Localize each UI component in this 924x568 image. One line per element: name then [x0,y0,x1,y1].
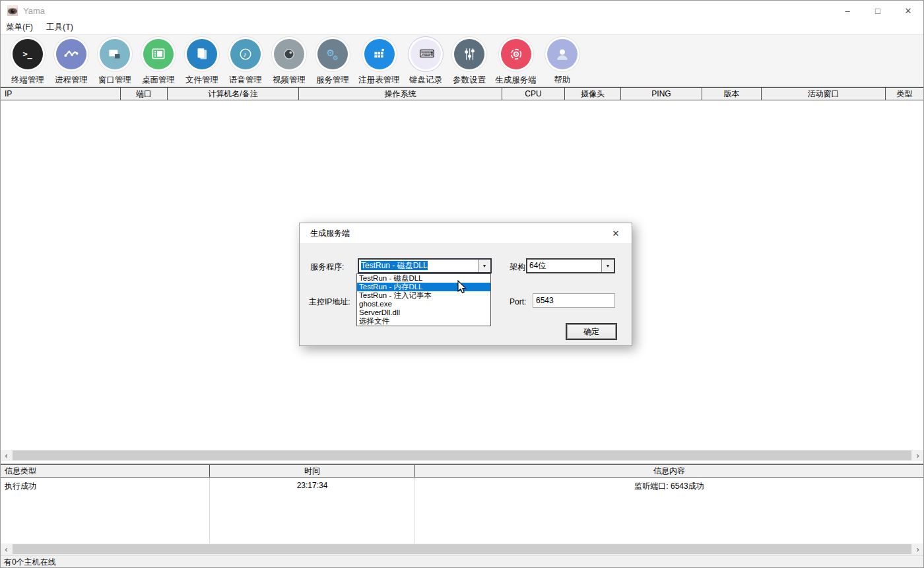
dropdown-item[interactable]: TestRun - 磁盘DLL [357,274,490,283]
toolbar-button-terminal-management[interactable]: >_ 终端管理 [7,35,49,86]
window-title: Yama [23,6,45,16]
scrollbar-thumb[interactable] [13,450,911,460]
sliders-icon [454,39,484,69]
log-table-header: 信息类型 时间 信息内容 [1,465,923,478]
menu-bar: 菜单(F) 工具(T) [1,20,923,35]
service-program-dropdown: TestRun - 磁盘DLL TestRun - 内存DLL TestRun … [356,273,491,326]
toolbar-button-generate-server[interactable]: 生成服务端 [492,35,540,86]
scroll-right-icon[interactable]: › [912,450,923,461]
log-hscrollbar[interactable]: ‹ › [1,544,923,555]
minimize-button[interactable]: – [832,1,863,20]
arch-label: 架构: [510,262,527,273]
chevron-down-icon[interactable]: ▼ [601,260,614,272]
service-program-label: 服务程序: [310,262,344,273]
dialog-title: 生成服务端 [310,228,350,239]
column-header-ip[interactable]: IP [1,88,121,100]
dialog-title-bar: 生成服务端 ✕ [300,223,632,243]
log-row-cell-content: 监听端口: 6543成功 [415,478,923,544]
svg-text:⚙: ⚙ [333,54,339,61]
window-icon [100,39,130,69]
svg-text:>_: >_ [22,50,32,59]
toolbar-button-process-management[interactable]: 进程管理 [50,35,92,86]
voice-icon: ♪ [230,39,261,69]
column-header-os[interactable]: 操作系统 [299,88,502,100]
scrollbar-thumb[interactable] [13,544,911,554]
host-table-header: IP 端口 计算机名/备注 操作系统 CPU 摄像头 PING 版本 活动窗口 … [1,87,923,100]
online-hosts-status: 有0个主机在线 [1,557,56,568]
toolbar-button-help[interactable]: 帮助 [541,35,583,86]
dialog-close-icon[interactable]: ✕ [607,223,625,243]
status-bar: 有0个主机在线 [1,555,923,568]
terminal-icon: >_ [13,39,43,69]
dropdown-item-highlighted[interactable]: TestRun - 内存DLL [357,283,490,291]
column-header-info-content[interactable]: 信息内容 [415,465,923,477]
svg-text:♪: ♪ [243,50,246,58]
port-label: Port: [510,297,526,306]
video-icon [274,39,304,69]
maximize-button[interactable]: □ [863,1,893,20]
arch-value: 64位 [527,260,601,272]
toolbar-button-file-management[interactable]: 文件管理 [181,35,223,86]
dropdown-item[interactable]: TestRun - 注入记事本 [357,291,490,300]
toolbar-button-desktop-management[interactable]: 桌面管理 [137,35,180,86]
menu-item-file[interactable]: 菜单(F) [1,20,40,34]
chevron-down-icon[interactable]: ▼ [478,260,490,272]
person-icon [547,39,578,69]
toolbar-button-video-management[interactable]: 视频管理 [268,35,310,86]
app-icon [7,5,18,16]
service-program-combobox[interactable]: TestRun - 磁盘DLL ▼ [358,258,492,273]
port-input[interactable]: 6543 [533,293,615,308]
column-header-computer-name[interactable]: 计算机名/备注 [168,88,299,100]
mouse-cursor [457,280,467,295]
column-header-time[interactable]: 时间 [210,465,415,477]
column-header-active-window[interactable]: 活动窗口 [762,88,886,100]
toolbar-button-service-management[interactable]: ⚙⚙ 服务管理 [312,35,354,86]
svg-text:⌨: ⌨ [419,48,434,59]
file-icon [187,39,217,69]
app-window: Yama – □ ✕ 菜单(F) 工具(T) >_ 终端管理 进程管理 [0,0,924,568]
column-header-cpu[interactable]: CPU [502,88,565,100]
keyboard-icon: ⌨ [411,39,441,69]
scroll-left-icon[interactable]: ‹ [1,450,12,461]
column-header-info-type[interactable]: 信息类型 [1,465,210,477]
column-header-type[interactable]: 类型 [886,88,923,100]
master-ip-label: 主控IP地址: [309,297,350,308]
dropdown-item[interactable]: 选择文件 [357,317,490,326]
column-header-ping[interactable]: PING [621,88,702,100]
toolbar-button-settings[interactable]: 参数设置 [448,35,490,86]
scroll-left-icon[interactable]: ‹ [1,544,12,555]
scroll-right-icon[interactable]: › [912,544,923,555]
close-button[interactable]: ✕ [893,1,923,20]
toolbar: >_ 终端管理 进程管理 窗口管理 桌面管理 文件管理 [1,35,923,87]
title-bar: Yama – □ ✕ [1,1,923,20]
process-icon [56,39,86,69]
log-row-cell-type: 执行成功 [1,478,210,544]
host-list-hscrollbar[interactable]: ‹ › [1,450,923,461]
registry-icon [364,39,395,69]
dropdown-item[interactable]: ghost.exe [357,300,490,308]
dropdown-item[interactable]: ServerDll.dll [357,308,490,317]
column-header-version[interactable]: 版本 [702,88,762,100]
target-icon [501,39,531,69]
desktop-icon [143,39,174,69]
log-row-cell-time: 23:17:34 [210,478,415,544]
toolbar-button-window-management[interactable]: 窗口管理 [94,35,136,86]
service-program-value: TestRun - 磁盘DLL [361,261,428,270]
menu-item-tools[interactable]: 工具(T) [40,20,80,34]
toolbar-button-registry-management[interactable]: 注册表管理 [355,35,403,86]
log-table-body: 执行成功 23:17:34 监听端口: 6543成功 [1,478,923,544]
arch-combobox[interactable]: 64位 ▼ [526,258,615,273]
column-header-port[interactable]: 端口 [121,88,168,100]
services-icon: ⚙⚙ [317,39,348,69]
toolbar-button-voice-management[interactable]: ♪ 语音管理 [224,35,267,86]
column-header-camera[interactable]: 摄像头 [565,88,621,100]
ok-button[interactable]: 确定 [566,323,617,340]
toolbar-button-keylogger[interactable]: ⌨ 键盘记录 [405,35,447,86]
